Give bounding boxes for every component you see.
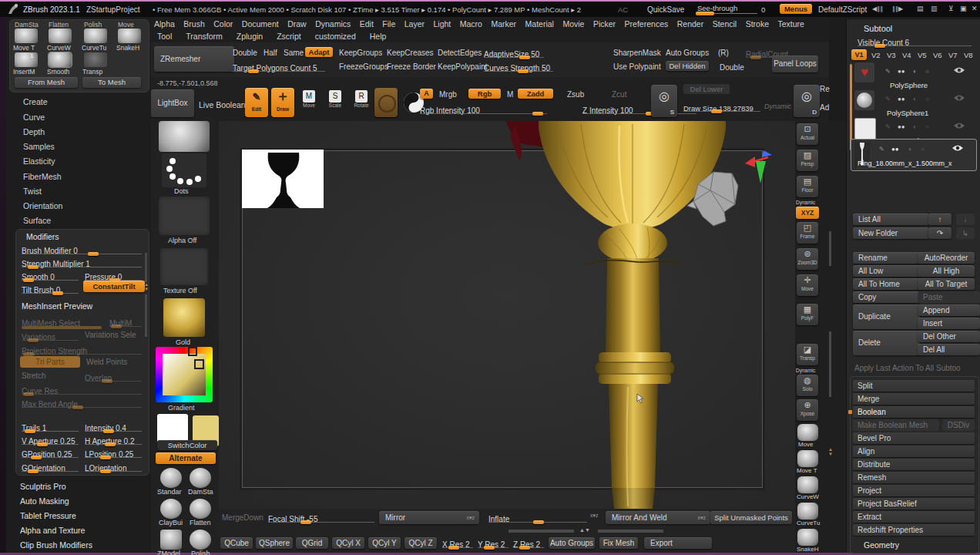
all-to-home-button[interactable]: All To Home xyxy=(853,278,920,290)
list-all-button[interactable]: List All xyxy=(853,214,929,225)
visibility-eye-icon[interactable] xyxy=(953,122,965,130)
draw-button[interactable]: ✛ Draw xyxy=(271,88,294,117)
shader-pill-icon[interactable]: ●● xyxy=(898,68,905,75)
menu-texture[interactable]: Texture xyxy=(778,19,804,29)
alternate-button[interactable]: Alternate xyxy=(156,452,216,464)
from-mesh-button[interactable]: From Mesh xyxy=(15,77,78,88)
qcylx-button[interactable]: QCyl X xyxy=(332,537,364,549)
alpha-off-thumb[interactable] xyxy=(159,197,210,235)
brush-damsta-label[interactable]: DamSta xyxy=(15,21,39,29)
to-mesh-button[interactable]: To Mesh xyxy=(82,77,141,88)
keeppolypaint-toggle[interactable]: KeepPolypaint xyxy=(438,62,488,71)
subtool-thumb-cube[interactable] xyxy=(854,118,876,140)
right-tray-scrollbar-2[interactable] xyxy=(829,331,831,397)
menus-button[interactable]: Menus xyxy=(780,4,812,14)
minimize-icon[interactable]: ⊻ xyxy=(948,5,954,12)
move-canvas-button[interactable]: ✛Move xyxy=(797,274,818,296)
half-icon[interactable]: ◐ xyxy=(908,146,912,153)
all-to-target-button[interactable]: All To Target xyxy=(918,278,975,290)
edit-button[interactable]: ✎ Edit xyxy=(245,88,268,117)
solo-button[interactable]: ◍Solo xyxy=(797,375,818,396)
all-high-button[interactable]: All High xyxy=(918,265,975,277)
circle-icon[interactable]: ○ xyxy=(925,68,929,75)
mirror-and-weld-button[interactable]: Mirror And Weld x▾z xyxy=(606,511,710,524)
focal-shift-handle[interactable] xyxy=(300,520,311,524)
section-samples[interactable]: Samples xyxy=(23,142,55,151)
brush-preview-thumb[interactable] xyxy=(159,121,210,152)
menu-stroke[interactable]: Stroke xyxy=(746,19,769,29)
menu-dynamics[interactable]: Dynamics xyxy=(315,19,351,29)
persp-button[interactable]: ▨Persp xyxy=(797,150,818,171)
material-gold-thumb[interactable] xyxy=(163,298,205,337)
stroke-stamp-d-icon[interactable]: ◎ D xyxy=(794,85,820,117)
remesh-row[interactable]: Remesh xyxy=(853,472,975,483)
focal-shift-slider[interactable]: Focal Shift -55 xyxy=(268,511,374,523)
a-toggle[interactable]: A xyxy=(420,89,433,99)
menu-light[interactable]: Light xyxy=(434,19,451,29)
re-cut-label[interactable]: Re xyxy=(820,85,830,93)
see-through-handle[interactable] xyxy=(696,12,714,15)
hscroll-arrows[interactable]: ▲▼ xyxy=(579,527,590,533)
menu-stencil[interactable]: Stencil xyxy=(713,19,737,29)
section-surface[interactable]: Surface xyxy=(23,216,51,225)
del-all-button[interactable]: Del All xyxy=(918,344,980,355)
section-auto-masking[interactable]: Auto Masking xyxy=(20,496,69,506)
geometry-header[interactable]: Geometry xyxy=(864,540,899,550)
xres-slider[interactable]: X Res 2 xyxy=(442,536,473,549)
menu-macro[interactable]: Macro xyxy=(460,19,482,29)
meshinsert-header[interactable]: MeshInsert Preview xyxy=(22,301,92,311)
inflate-slider[interactable]: Inflate xyxy=(488,511,587,523)
subtool-tab-v6[interactable]: V6 xyxy=(933,51,942,59)
yres-slider[interactable]: Y Res 2 xyxy=(478,536,508,549)
lightbox-button[interactable]: LightBox xyxy=(151,89,194,117)
h-aperture-slider[interactable]: H Aperture 0.2 xyxy=(85,433,142,446)
menu-picker[interactable]: Picker xyxy=(593,19,616,29)
menu-tool[interactable]: Tool xyxy=(157,32,172,41)
local-symmetry-button[interactable]: XYZ xyxy=(796,207,819,219)
layout-b-icon[interactable]: ▥ xyxy=(931,5,938,12)
section-elasticity[interactable]: Elasticity xyxy=(23,156,55,166)
append-button[interactable]: Append xyxy=(918,304,980,316)
circle-icon[interactable]: ○ xyxy=(925,123,929,130)
brush-insertm-thumb[interactable] xyxy=(15,52,38,67)
menu-preferences[interactable]: Preferences xyxy=(625,19,669,29)
actual-button[interactable]: ⊡Actual xyxy=(797,123,818,145)
hue-marker[interactable] xyxy=(188,347,197,356)
constanttilt-button[interactable]: ConstantTilt xyxy=(83,281,145,292)
target-polygons-slider[interactable]: Target Polygons Count 5 xyxy=(233,60,325,72)
section-tablet-pressure[interactable]: Tablet Pressure xyxy=(20,511,76,520)
sv-marker[interactable] xyxy=(194,359,204,369)
merge-row[interactable]: Merge xyxy=(853,393,975,405)
modifiers-header[interactable]: Modifiers xyxy=(26,232,59,241)
delhidden-button[interactable]: Del Hidden xyxy=(666,61,709,71)
del-other-button[interactable]: Del Other xyxy=(918,331,980,342)
menu-color[interactable]: Color xyxy=(213,19,233,29)
brush-polish2-thumb[interactable] xyxy=(190,530,211,550)
ad-cut-label[interactable]: Ad xyxy=(820,103,829,112)
curves-strength-slider[interactable]: Curves Strength 50 xyxy=(484,60,553,72)
brush-zmodeler-thumb[interactable] xyxy=(160,530,182,550)
current-brush-icon[interactable] xyxy=(374,88,398,117)
menu-layer[interactable]: Layer xyxy=(404,19,425,29)
menu-alpha[interactable]: Alpha xyxy=(154,19,175,29)
split-unmasked-points-button[interactable]: Split Unmasked Points xyxy=(710,511,792,524)
zres-slider[interactable]: Z Res 2 xyxy=(513,536,544,549)
subtool-tab-v8[interactable]: V8 xyxy=(964,51,973,59)
menu-brush[interactable]: Brush xyxy=(183,19,204,29)
menu-document[interactable]: Document xyxy=(242,19,279,29)
bevel-pro-row[interactable]: Bevel Pro xyxy=(853,432,975,444)
rotate-button[interactable]: R Rotate xyxy=(351,88,371,117)
adaptivesize-handle[interactable] xyxy=(519,56,530,59)
move-button[interactable]: M Move xyxy=(299,88,319,117)
folder-redo-button[interactable]: ↷ xyxy=(928,227,951,239)
section-fibermesh[interactable]: FiberMesh xyxy=(23,172,62,181)
qcyly-button[interactable]: QCyl Y xyxy=(368,537,401,549)
inflate-handle[interactable] xyxy=(533,520,544,524)
brush-curvew-thumb[interactable] xyxy=(49,29,72,43)
brush-standard-thumb[interactable] xyxy=(160,468,182,488)
zoom3d-button[interactable]: ⊚Zoom3D xyxy=(797,248,818,270)
brush-movet-thumb[interactable] xyxy=(15,29,38,43)
draw-size-slider[interactable]: Draw Size 138.27839 xyxy=(683,100,760,113)
autogroups-toggle[interactable]: Auto Groups xyxy=(666,49,709,57)
menu-file[interactable]: File xyxy=(382,19,395,29)
